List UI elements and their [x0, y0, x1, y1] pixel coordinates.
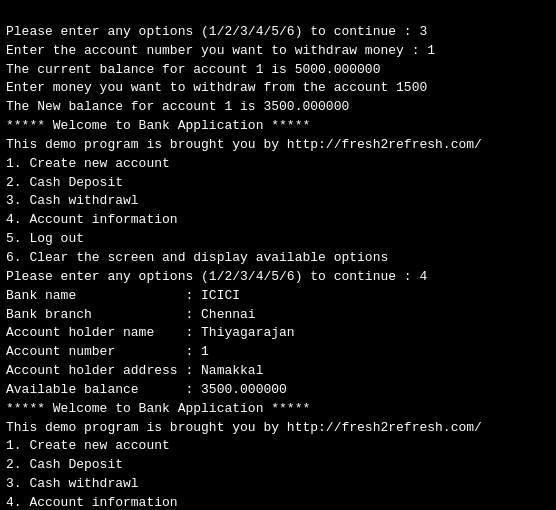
terminal-line: The current balance for account 1 is 500…: [6, 61, 550, 80]
terminal-line: 6. Clear the screen and display availabl…: [6, 249, 550, 268]
terminal-line: This demo program is brought you by http…: [6, 136, 550, 155]
terminal-line: Please enter any options (1/2/3/4/5/6) t…: [6, 268, 550, 287]
terminal-line: Enter money you want to withdraw from th…: [6, 79, 550, 98]
terminal-output: Please enter any options (1/2/3/4/5/6) t…: [6, 4, 550, 510]
terminal-line: Please enter any options (1/2/3/4/5/6) t…: [6, 23, 550, 42]
terminal-line: ***** Welcome to Bank Application *****: [6, 117, 550, 136]
terminal-line: 1. Create new account: [6, 437, 550, 456]
terminal-line: 4. Account information: [6, 494, 550, 510]
terminal-line: Available balance : 3500.000000: [6, 381, 550, 400]
terminal-line: 5. Log out: [6, 230, 550, 249]
terminal-line: This demo program is brought you by http…: [6, 419, 550, 438]
terminal-line: Account number : 1: [6, 343, 550, 362]
terminal-line: ***** Welcome to Bank Application *****: [6, 400, 550, 419]
terminal-line: Enter the account number you want to wit…: [6, 42, 550, 61]
terminal-line: 2. Cash Deposit: [6, 456, 550, 475]
terminal-line: 3. Cash withdrawl: [6, 192, 550, 211]
terminal-line: 4. Account information: [6, 211, 550, 230]
terminal-line: Bank branch : Chennai: [6, 306, 550, 325]
terminal-line: Bank name : ICICI: [6, 287, 550, 306]
terminal-line: Account holder name : Thiyagarajan: [6, 324, 550, 343]
terminal-line: Account holder address : Namakkal: [6, 362, 550, 381]
terminal-line: 2. Cash Deposit: [6, 174, 550, 193]
terminal-line: 3. Cash withdrawl: [6, 475, 550, 494]
terminal-line: 1. Create new account: [6, 155, 550, 174]
terminal-line: The New balance for account 1 is 3500.00…: [6, 98, 550, 117]
